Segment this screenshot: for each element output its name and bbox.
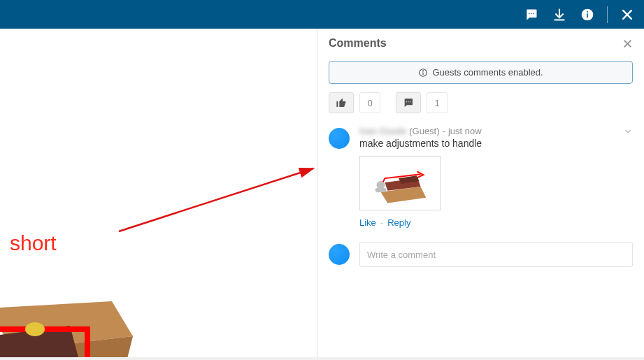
main-body: short Comments Gue [0,29,644,357]
svg-line-6 [119,168,313,231]
scrollbar-horizontal[interactable] [0,357,644,360]
svg-point-2 [534,13,535,14]
comment-actions: Like - Reply [359,217,633,228]
arrow-icon [112,154,317,238]
model-preview [0,287,154,357]
comments-header: Comments [329,37,633,50]
svg-point-1 [531,13,532,14]
comments-close-icon[interactable] [622,38,633,49]
avatar [329,244,350,265]
likes-count: 0 [359,92,380,113]
viewer-area[interactable]: short [0,29,317,357]
download-icon[interactable] [551,6,568,23]
likes-button[interactable] [329,92,354,113]
svg-point-0 [529,13,530,14]
close-icon[interactable] [619,6,636,23]
info-icon[interactable] [579,6,596,23]
svg-point-16 [408,101,408,102]
topbar-divider [607,6,608,23]
actions-sep: - [380,217,383,228]
comments-title: Comments [329,37,387,50]
guest-banner: Guests comments enabled. [329,61,633,84]
svg-rect-5 [587,11,588,13]
info-small-icon [418,68,428,78]
speech-icon [403,97,414,108]
svg-rect-4 [587,13,588,17]
reply-row [329,242,633,267]
reply-link[interactable]: Reply [387,217,410,228]
annotation-short: short [10,231,57,255]
like-link[interactable]: Like [359,217,376,228]
comments-button[interactable] [396,92,421,113]
comment-meta: Ivan Goode (Guest) - just now [359,126,633,136]
comments-count: 1 [427,92,448,113]
comment-time: just now [448,126,482,136]
comment-thumbnail[interactable] [359,156,441,210]
comments-icon[interactable] [523,6,540,23]
svg-point-11 [25,322,45,336]
chevron-down-icon[interactable] [623,127,633,136]
svg-point-14 [423,70,424,71]
avatar [329,128,350,149]
comment-body: make adjustments to handle [359,138,633,149]
comments-panel: Comments Guests comments enabled. 0 1 [317,29,644,357]
svg-point-17 [410,101,410,102]
reply-input[interactable] [359,242,633,267]
topbar [0,0,644,29]
stats-row: 0 1 [329,92,633,113]
meta-sep: - [443,126,445,136]
guest-banner-text: Guests comments enabled. [432,67,543,78]
svg-rect-23 [375,188,387,192]
thumbs-up-icon [336,97,347,108]
comment-author: Ivan Goode [359,126,406,136]
svg-point-15 [406,101,407,102]
comment-role: (Guest) [409,126,439,136]
comment-item: Ivan Goode (Guest) - just now make adjus… [329,126,633,228]
